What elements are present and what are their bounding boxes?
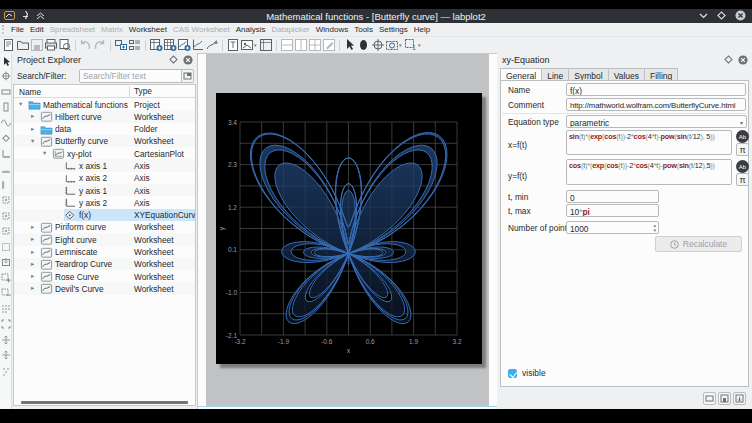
- float-diamond-icon[interactable]: [169, 55, 178, 65]
- visible-row[interactable]: visible: [508, 368, 546, 378]
- constants-button[interactable]: Ab: [736, 130, 749, 143]
- equation-type-select[interactable]: parametric▾: [566, 115, 747, 128]
- dots-small-icon[interactable]: [0, 365, 11, 376]
- sine-wave-icon[interactable]: [0, 117, 11, 128]
- grid-sun-icon[interactable]: [0, 195, 11, 206]
- x-equation-input[interactable]: sin(t)*(exp(cos(t))-2*cos(4*t)-pow(sin(t…: [566, 130, 732, 155]
- new-folder-icon[interactable]: [114, 38, 128, 53]
- axis-bl-icon[interactable]: [0, 148, 11, 159]
- shape-h-icon[interactable]: [0, 86, 11, 97]
- menu-tools[interactable]: Tools: [351, 25, 376, 34]
- box-minus-icon[interactable]: [0, 288, 11, 299]
- dots-grid-icon[interactable]: [0, 303, 11, 314]
- dots-box-icon[interactable]: [0, 241, 11, 252]
- expander-icon[interactable]: ▸: [31, 284, 34, 292]
- cursor-arrow-icon[interactable]: [343, 38, 357, 53]
- maximize-diamond-icon[interactable]: [717, 11, 726, 20]
- functions-pi-button[interactable]: π: [736, 143, 749, 156]
- tree-row-y-axis-1[interactable]: y axis 1Axis: [14, 184, 195, 196]
- box-corner-icon[interactable]: [0, 319, 11, 330]
- close-circle-icon[interactable]: [183, 55, 193, 65]
- layout-horizontal-icon[interactable]: [294, 38, 308, 53]
- menu-worksheet[interactable]: Worksheet: [126, 25, 170, 34]
- float-diamond-icon[interactable]: [724, 55, 733, 65]
- shape-v-icon[interactable]: [0, 102, 11, 113]
- tree-row-eight-curve[interactable]: ▸Eight curveWorksheet: [14, 233, 195, 245]
- y-equation-input[interactable]: cos(t)*(exp(cos(t))-2*cos(4*t)-pow(sin(t…: [566, 159, 732, 185]
- expander-icon[interactable]: ▸: [31, 125, 34, 133]
- expander-icon[interactable]: ▾: [31, 137, 34, 145]
- move-cross-icon[interactable]: [0, 334, 11, 345]
- crosshair-icon[interactable]: [371, 38, 385, 53]
- menu-settings[interactable]: Settings: [376, 25, 411, 34]
- expander-icon[interactable]: ▸: [31, 260, 34, 268]
- points-spinbox[interactable]: 1000▴▾: [566, 221, 659, 234]
- list-view-icon[interactable]: [128, 38, 142, 53]
- draw-curve-icon[interactable]: [205, 38, 219, 53]
- curve-diamond-icon[interactable]: [0, 133, 11, 144]
- menu-cas-worksheet[interactable]: CAS Worksheet: [170, 25, 233, 34]
- worksheet-view[interactable]: -3.2-1.9-0.60.61.93.23.42.31.20.1-1.0-2.…: [206, 54, 489, 406]
- tree-column-header[interactable]: Name Type: [14, 85, 195, 98]
- zoom-select-icon[interactable]: [385, 38, 399, 53]
- tmax-input[interactable]: 10*pi: [566, 204, 659, 217]
- comment-input[interactable]: http://mathworld.wolfram.com/ButterflyCu…: [566, 98, 746, 111]
- new-spreadsheet-icon[interactable]: [149, 38, 163, 53]
- tree-row-devil-s-curve[interactable]: ▸Devil's CurveWorksheet: [14, 282, 195, 294]
- close-circle-icon[interactable]: [738, 55, 748, 65]
- open-folder-icon[interactable]: [16, 38, 30, 53]
- column-type[interactable]: Type: [129, 86, 152, 98]
- menu-help[interactable]: Help: [411, 25, 433, 34]
- tree-row-xy-plot[interactable]: ▾xy-plotCartesianPlot: [14, 147, 195, 159]
- redo-icon[interactable]: [93, 38, 107, 53]
- tree-row-butterfly-curve[interactable]: ▾Butterfly curveWorksheet: [14, 135, 195, 147]
- name-input[interactable]: f(x): [566, 83, 746, 96]
- menu-analysis[interactable]: Analysis: [233, 25, 269, 34]
- plot-area-icon[interactable]: [259, 38, 273, 53]
- minimize-icon[interactable]: [699, 11, 708, 20]
- crosshair-box-icon[interactable]: [0, 71, 11, 82]
- layout-grid-icon[interactable]: [308, 38, 322, 53]
- filter-options-button[interactable]: [181, 69, 194, 83]
- zoom-preset-icon[interactable]: 1: [404, 38, 418, 53]
- close-circle-icon[interactable]: [735, 10, 746, 21]
- new-worksheet-icon[interactable]: [177, 38, 191, 53]
- box-plus-icon[interactable]: [0, 272, 11, 283]
- expander-icon[interactable]: ▸: [31, 223, 34, 231]
- xy-equation-header[interactable]: xy-Equation: [497, 53, 752, 67]
- menu-file[interactable]: File: [8, 25, 27, 34]
- recalculate-button[interactable]: Recalculate: [655, 236, 742, 252]
- visible-checkbox[interactable]: [508, 369, 517, 378]
- zoom-blob-icon[interactable]: [357, 38, 371, 53]
- tree-row-mathematical-functions[interactable]: ▾Mathematical functionsProject: [14, 98, 195, 110]
- tree-row-teardrop-curve[interactable]: ▸Teardrop CurveWorksheet: [14, 258, 195, 270]
- new-document-icon[interactable]: [2, 38, 16, 53]
- print-icon[interactable]: [44, 38, 58, 53]
- new-plot-icon[interactable]: [191, 38, 205, 53]
- export-icon[interactable]: [733, 392, 746, 405]
- save-icon[interactable]: [30, 38, 44, 53]
- restore-icon[interactable]: [703, 392, 716, 405]
- menu-spreadsheet[interactable]: Spreadsheet: [47, 25, 98, 34]
- functions-pi-button[interactable]: π: [736, 173, 749, 186]
- tree-row-lemniscate[interactable]: ▸LemniscateWorksheet: [14, 246, 195, 258]
- print-preview-icon[interactable]: [58, 38, 72, 53]
- menu-matrix[interactable]: Matrix: [98, 25, 126, 34]
- undo-icon[interactable]: [79, 38, 93, 53]
- menu-edit[interactable]: Edit: [27, 25, 47, 34]
- axis-b-icon[interactable]: [0, 164, 11, 175]
- tree-row-x-axis-2[interactable]: x axis 2Axis: [14, 172, 195, 184]
- expander-icon[interactable]: ▸: [31, 272, 34, 280]
- expander-icon[interactable]: ▸: [31, 248, 34, 256]
- horizontal-scrollbar[interactable]: [15, 399, 194, 405]
- constants-button[interactable]: Ab: [736, 160, 749, 173]
- tree-row-y-axis-2[interactable]: y axis 2Axis: [14, 196, 195, 208]
- expander-icon[interactable]: ▸: [31, 112, 34, 120]
- save-icon[interactable]: [718, 392, 731, 405]
- tree-row-f-x-[interactable]: f(x)XYEquationCurve: [14, 209, 195, 221]
- new-matrix-icon[interactable]: [163, 38, 177, 53]
- tmin-input[interactable]: 0: [566, 190, 659, 203]
- grid-sun-icon[interactable]: [0, 226, 11, 237]
- export-box-icon[interactable]: [0, 257, 11, 268]
- menu-datapicker[interactable]: Datapicker: [269, 25, 313, 34]
